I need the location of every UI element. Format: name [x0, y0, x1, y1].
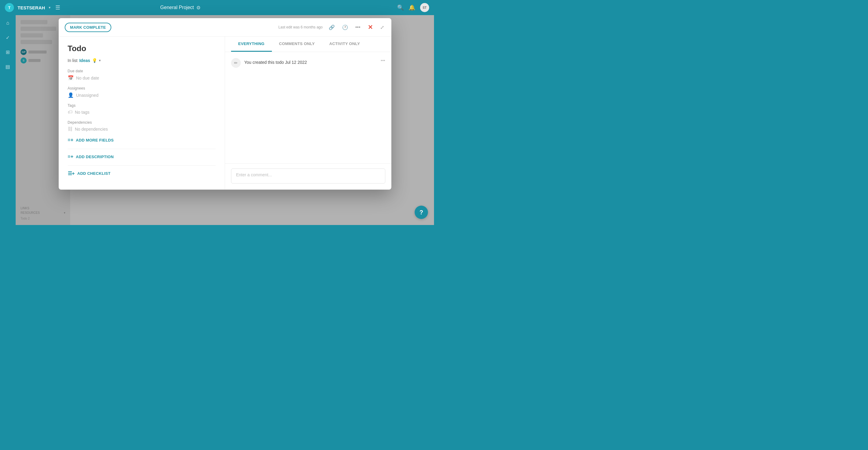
sidebar-home-icon[interactable]: ⌂ [4, 19, 12, 27]
sidebar-grid-icon[interactable]: ⊞ [4, 48, 12, 56]
task-title[interactable]: Todo [68, 44, 216, 53]
tags-field: Tags 🏷 No tags [68, 103, 216, 115]
add-checklist-button[interactable]: ☰+ ADD CHECKLIST [68, 170, 216, 176]
due-date-label: Due date [68, 69, 216, 73]
history-icon[interactable]: 🕐 [341, 23, 349, 31]
username-label: TESTSERAH [18, 5, 45, 10]
search-icon[interactable]: 🔍 [397, 4, 404, 11]
project-settings-icon[interactable]: ⚙ [196, 5, 200, 10]
divider-2 [68, 165, 216, 166]
link-icon[interactable]: 🔗 [328, 23, 336, 31]
current-user-avatar[interactable]: ST [420, 3, 429, 12]
tabs-row: EVERYTHING COMMENTS ONLY ACTIVITY ONLY [225, 37, 391, 52]
add-checklist-icon: ☰+ [68, 170, 75, 176]
tags-value[interactable]: 🏷 No tags [68, 109, 216, 115]
tags-label: Tags [68, 103, 216, 108]
in-list-link[interactable]: Ideas [79, 58, 90, 63]
activity-text: You created this todo Jul 12 2022 [244, 58, 307, 65]
assignees-value[interactable]: 👤 Unassigned [68, 92, 216, 98]
modal-left-panel: Todo In list Ideas 💡 ▾ Due date 📅 No due… [59, 37, 225, 190]
last-edit-text: Last edit was 6 months ago [279, 25, 323, 29]
in-list-row: In list Ideas 💡 ▾ [68, 58, 216, 63]
notifications-icon[interactable]: 🔔 [409, 4, 415, 11]
username-chevron-icon[interactable]: ▾ [49, 5, 51, 10]
dependency-icon: ⛓ [68, 126, 72, 132]
mark-complete-button[interactable]: MARK COMPLETE [65, 23, 112, 32]
sidebar-check-icon[interactable]: ✓ [4, 33, 12, 42]
help-button[interactable]: ? [415, 206, 428, 219]
sidebar: ⌂ ✓ ⊞ ▤ [0, 15, 16, 225]
in-list-chevron-icon[interactable]: ▾ [99, 58, 101, 63]
add-fields-icon: ≡+ [68, 137, 73, 143]
comment-area [225, 163, 391, 190]
calendar-icon: 📅 [68, 75, 74, 81]
nav-right-actions: 🔍 🔔 ST [397, 3, 429, 12]
modal-header: MARK COMPLETE Last edit was 6 months ago… [59, 18, 391, 37]
tab-everything[interactable]: EVERYTHING [231, 37, 272, 52]
in-list-prefix: In list [68, 58, 78, 63]
activity-area: ✏ You created this todo Jul 12 2022 ••• [225, 52, 391, 163]
dependencies-field: Dependencies ⛓ No dependencies [68, 120, 216, 132]
tab-comments-only[interactable]: COMMENTS ONLY [272, 37, 322, 52]
dependencies-label: Dependencies [68, 120, 216, 125]
assignees-label: Assignees [68, 86, 216, 90]
assignees-field: Assignees 👤 Unassigned [68, 86, 216, 98]
add-description-icon: ≡+ [68, 154, 73, 159]
comment-input[interactable] [231, 168, 385, 184]
user-avatar[interactable]: T [5, 3, 14, 12]
due-date-value[interactable]: 📅 No due date [68, 75, 216, 81]
close-modal-button[interactable]: ✕ [367, 22, 374, 32]
activity-more-icon[interactable]: ••• [381, 58, 385, 63]
divider-1 [68, 149, 216, 149]
activity-edit-icon: ✏ [231, 58, 241, 68]
add-more-fields-button[interactable]: ≡+ ADD MORE FIELDS [68, 137, 216, 143]
due-date-field: Due date 📅 No due date [68, 69, 216, 81]
top-navbar: T TESTSERAH ▾ ☰ General Project ⚙ 🔍 🔔 ST [0, 0, 434, 15]
dependencies-value[interactable]: ⛓ No dependencies [68, 126, 216, 132]
more-options-icon[interactable]: ••• [354, 23, 362, 31]
hamburger-icon[interactable]: ☰ [55, 4, 60, 11]
bulb-icon: 💡 [92, 58, 97, 63]
modal-body: Todo In list Ideas 💡 ▾ Due date 📅 No due… [59, 37, 391, 190]
sidebar-board-icon[interactable]: ▤ [4, 62, 12, 71]
add-description-button[interactable]: ≡+ ADD DESCRIPTION [68, 154, 216, 159]
expand-icon[interactable]: ⤢ [379, 23, 385, 31]
modal-overlay: MARK COMPLETE Last edit was 6 months ago… [16, 15, 434, 225]
activity-item: ✏ You created this todo Jul 12 2022 ••• [231, 58, 385, 68]
main-area: ⌂ ✓ ⊞ ▤ GP S LINKS [0, 15, 434, 225]
project-title: General Project ⚙ [160, 5, 200, 10]
modal-right-panel: EVERYTHING COMMENTS ONLY ACTIVITY ONLY ✏ [225, 37, 391, 190]
tab-activity-only[interactable]: ACTIVITY ONLY [322, 37, 367, 52]
task-modal: MARK COMPLETE Last edit was 6 months ago… [59, 18, 391, 190]
person-icon: 👤 [68, 92, 74, 98]
tag-icon: 🏷 [68, 109, 72, 115]
